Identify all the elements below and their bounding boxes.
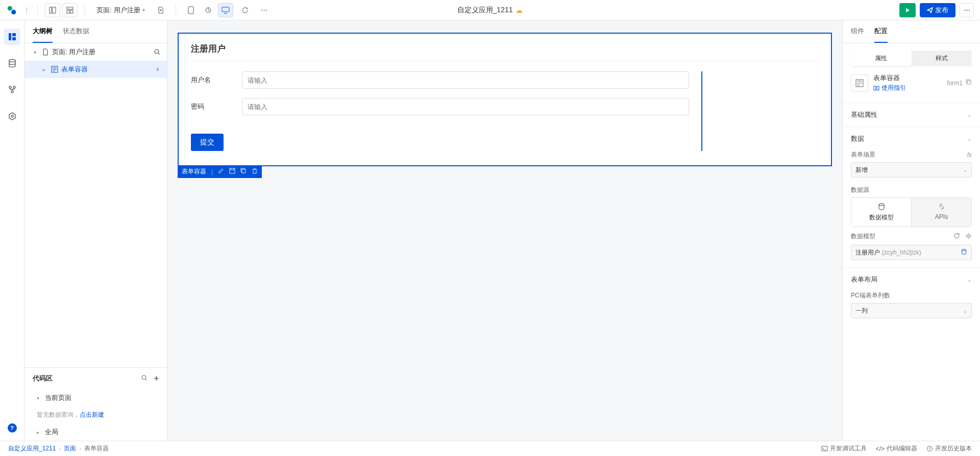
cloud-icon: ☁	[516, 6, 523, 14]
code-empty-state: 暂无数据查询，点击新建	[24, 407, 167, 423]
search-icon[interactable]	[141, 374, 148, 383]
add-icon[interactable]: +	[154, 374, 159, 383]
model-select[interactable]: 注册用户 (zcyh_hh2jizk)	[851, 245, 972, 260]
caret-icon: ▸	[37, 429, 42, 435]
form-icon	[51, 66, 58, 73]
pc-columns-select[interactable]: 一列 ⌄	[851, 303, 972, 318]
code-editor[interactable]: </> 代码编辑器	[876, 444, 917, 453]
pc-columns-label: PC端表单列数	[851, 291, 972, 300]
svg-point-26	[968, 235, 970, 237]
fx-icon[interactable]: fx	[967, 151, 972, 159]
rail-database[interactable]	[4, 55, 20, 71]
copy-id-icon[interactable]	[966, 79, 972, 87]
username-input[interactable]	[242, 71, 689, 89]
form-scene-select[interactable]: 新增 ⌄	[851, 162, 972, 178]
svg-point-14	[9, 86, 11, 88]
tab-components[interactable]: 组件	[851, 20, 864, 43]
more-options-button[interactable]: ⋯	[257, 3, 272, 17]
data-source-toggle: 数据模型 APIs	[851, 197, 972, 227]
search-icon[interactable]	[154, 48, 161, 56]
data-source-label: 数据源	[851, 186, 972, 194]
new-page-button[interactable]	[153, 3, 168, 17]
edit-icon[interactable]	[218, 168, 224, 175]
preview-button[interactable]	[899, 3, 916, 17]
component-name: 表单容器	[873, 73, 942, 83]
submit-button[interactable]: 提交	[191, 134, 224, 151]
section-basic: 基础属性 ⌄	[843, 103, 980, 126]
svg-rect-11	[12, 33, 16, 36]
app-logo	[6, 5, 17, 16]
copy-icon[interactable]	[240, 168, 247, 175]
history[interactable]: 开发历史版本	[926, 444, 972, 453]
svg-point-18	[155, 49, 159, 54]
chevron-down-icon: ⌄	[963, 167, 967, 173]
top-more-button[interactable]: ⋯	[960, 3, 974, 17]
tree-form-container[interactable]: ▸ 表单容器	[24, 61, 167, 78]
new-query-link[interactable]: 点击新建	[80, 411, 104, 418]
help-button[interactable]: ?	[8, 423, 17, 433]
caret-icon: ▸	[43, 67, 48, 72]
canvas: 注册用户 用户名 密码 提交	[167, 20, 842, 441]
publish-button[interactable]: 发布	[920, 3, 955, 17]
caret-icon: ▾	[34, 49, 39, 55]
selection-toolbar: 表单容器 |	[178, 165, 262, 178]
debug-tools[interactable]: 开发调试工具	[821, 444, 867, 453]
toggle-attr[interactable]: 属性	[851, 50, 912, 66]
send-icon	[927, 7, 933, 13]
section-basic-header[interactable]: 基础属性 ⌄	[843, 103, 980, 126]
page-selector[interactable]: 页面: 用户注册 ▾	[92, 6, 149, 15]
crumb-page[interactable]: 页面	[64, 444, 76, 453]
layout-button-1[interactable]	[45, 3, 60, 17]
guide-link[interactable]: 使用指引	[873, 84, 942, 92]
refresh-button[interactable]	[237, 3, 253, 17]
selection-label: 表单容器	[182, 167, 206, 176]
delete-icon[interactable]	[252, 168, 258, 175]
ds-model-option[interactable]: 数据模型	[851, 198, 911, 226]
database-icon	[877, 202, 886, 211]
toggle-style[interactable]: 样式	[912, 50, 972, 66]
svg-rect-28	[822, 446, 827, 451]
rail-pages[interactable]	[4, 29, 20, 45]
save-icon[interactable]	[229, 168, 235, 175]
svg-rect-5	[67, 10, 69, 13]
tree-page-row[interactable]: ▾ 页面: 用户注册	[24, 43, 167, 61]
username-label: 用户名	[191, 75, 242, 85]
form-title: 注册用户	[191, 43, 819, 61]
svg-rect-6	[70, 10, 73, 13]
svg-point-13	[9, 60, 15, 62]
svg-point-17	[11, 115, 13, 117]
bottom-bar: 自定义应用_1211 › 页面 › 表单容器 开发调试工具 </> 代码编辑器 …	[0, 441, 980, 456]
crumb-app[interactable]: 自定义应用_1211	[8, 444, 56, 453]
menu-dots[interactable]: ⋮	[23, 6, 30, 14]
tab-config[interactable]: 配置	[874, 20, 888, 43]
code-current-page[interactable]: ▾ 当前页面	[24, 389, 167, 407]
tab-outline[interactable]: 大纲树	[33, 20, 53, 43]
chevron-down-icon: ⌄	[963, 308, 967, 314]
model-label: 数据模型	[851, 232, 875, 241]
tab-state[interactable]: 状态数据	[63, 20, 89, 43]
svg-point-27	[962, 249, 966, 251]
svg-point-0	[8, 6, 12, 10]
password-input[interactable]	[242, 98, 689, 115]
desktop-preview-button[interactable]	[218, 3, 233, 17]
ds-apis-option[interactable]: APIs	[912, 198, 971, 226]
rail-settings[interactable]	[4, 108, 20, 124]
layout-button-2[interactable]	[62, 3, 78, 17]
section-layout-header[interactable]: 表单布局 ⌄	[843, 268, 980, 291]
tablet-preview-button[interactable]	[201, 3, 216, 17]
svg-point-1	[11, 10, 16, 14]
section-data-header[interactable]: 数据 ⌄	[843, 127, 980, 150]
component-icon	[851, 74, 868, 92]
code-global[interactable]: ▸ 全局	[24, 423, 167, 441]
terminal-icon	[821, 445, 828, 452]
rail-workflow[interactable]	[4, 82, 20, 98]
component-id: form1	[947, 80, 963, 87]
mobile-preview-button[interactable]	[183, 3, 199, 17]
section-data: 数据 ⌄ 表单场景 fx 新增 ⌄ 数据源 数据模型	[843, 126, 980, 267]
refresh-icon[interactable]	[953, 233, 960, 241]
form-container-card[interactable]: 注册用户 用户名 密码 提交	[178, 33, 832, 166]
svg-rect-7	[188, 7, 193, 14]
form-right-slot[interactable]	[701, 71, 819, 151]
gear-icon[interactable]	[965, 233, 972, 241]
breadcrumb: 自定义应用_1211 › 页面 › 表单容器	[8, 444, 109, 453]
